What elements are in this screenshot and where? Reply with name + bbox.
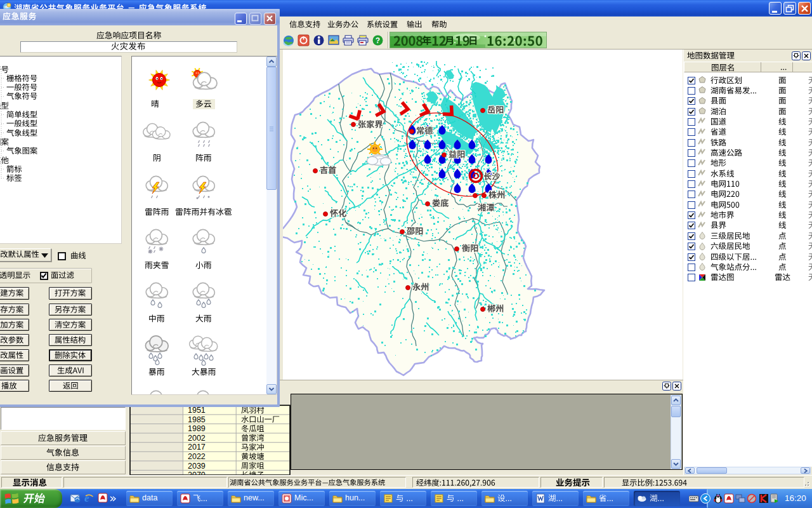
svg-text:?: ? [376,36,380,45]
svg-text:1989: 1989 [188,424,206,433]
svg-text:2070: 2070 [188,471,206,475]
svg-text:2002: 2002 [188,434,206,443]
svg-text:2022: 2022 [188,452,206,461]
svg-text:2039: 2039 [188,462,206,471]
svg-text:1951: 1951 [188,406,206,415]
svg-text:1985: 1985 [188,415,206,424]
svg-text:2017: 2017 [188,443,206,451]
